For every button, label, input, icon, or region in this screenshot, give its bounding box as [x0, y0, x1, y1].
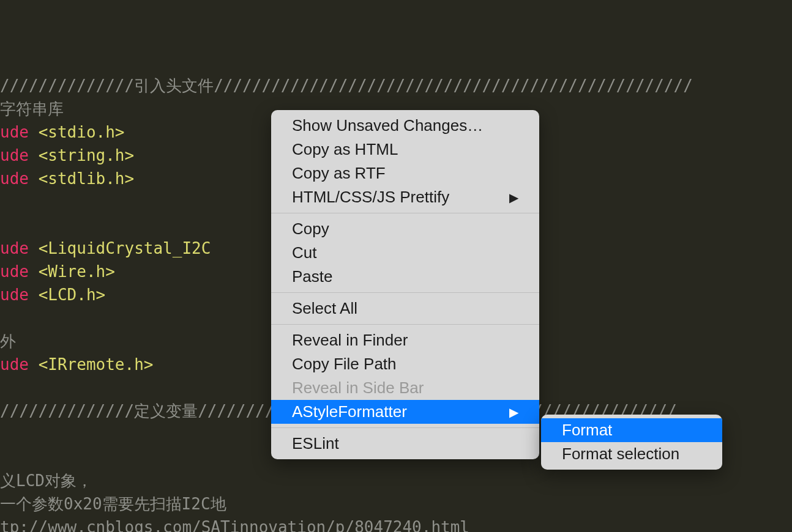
directive: ude	[0, 355, 29, 374]
menu-item-copy-file-path[interactable]: Copy File Path	[271, 352, 539, 376]
menu-item-label: ESLint	[292, 434, 339, 453]
submenu: Format Format selection	[541, 415, 722, 470]
submenu-arrow-icon: ▶	[509, 405, 518, 419]
include-header: <stdio.h>	[39, 123, 125, 141]
comment-line: tp://www.cnblogs.com/SATinnovation/p/804…	[0, 518, 469, 532]
menu-item-label: Copy as HTML	[292, 140, 398, 159]
menu-item-label: Cut	[292, 243, 316, 262]
menu-separator	[271, 324, 539, 325]
include-header: <IRremote.h>	[39, 355, 154, 374]
menu-item-copy-html[interactable]: Copy as HTML	[271, 138, 539, 161]
menu-item-prettify[interactable]: HTML/CSS/JS Prettify ▶	[271, 185, 539, 209]
menu-item-select-all[interactable]: Select All	[271, 297, 539, 320]
submenu-item-format-selection[interactable]: Format selection	[541, 442, 722, 466]
submenu-arrow-icon: ▶	[509, 190, 518, 205]
comment-line: 字符串库	[0, 100, 64, 118]
directive: ude	[0, 146, 29, 164]
include-header: <Wire.h>	[39, 262, 115, 281]
context-menu: Show Unsaved Changes… Copy as HTML Copy …	[271, 110, 539, 459]
directive: ude	[0, 169, 29, 188]
comment-line: 一个参数0x20需要先扫描I2C地	[0, 495, 226, 513]
menu-item-eslint[interactable]: ESLint	[271, 432, 539, 456]
menu-item-label: Copy File Path	[292, 355, 397, 374]
directive: ude	[0, 262, 29, 281]
include-header: <stdlib.h>	[39, 169, 135, 188]
directive: ude	[0, 123, 29, 141]
menu-item-reveal-sidebar: Reveal in Side Bar	[271, 376, 539, 400]
menu-item-label: Format selection	[562, 445, 679, 464]
submenu-item-format[interactable]: Format	[541, 418, 722, 442]
menu-item-reveal-finder[interactable]: Reveal in Finder	[271, 328, 539, 352]
menu-item-copy[interactable]: Copy	[271, 217, 539, 241]
menu-item-show-unsaved[interactable]: Show Unsaved Changes…	[271, 114, 539, 138]
menu-item-label: Reveal in Finder	[292, 331, 408, 350]
comment-line: 外	[0, 332, 16, 350]
menu-item-label: Format	[562, 421, 612, 440]
include-header: <LCD.h>	[39, 286, 106, 304]
menu-item-paste[interactable]: Paste	[271, 265, 539, 289]
menu-item-label: Select All	[292, 299, 357, 318]
menu-item-label: HTML/CSS/JS Prettify	[292, 188, 449, 207]
menu-item-copy-rtf[interactable]: Copy as RTF	[271, 161, 539, 185]
menu-item-cut[interactable]: Cut	[271, 241, 539, 265]
menu-separator	[271, 292, 539, 293]
directive: ude	[0, 286, 29, 304]
menu-item-label: Paste	[292, 267, 333, 286]
include-header: <string.h>	[39, 146, 135, 164]
menu-item-astyleformatter[interactable]: AStyleFormatter ▶	[271, 400, 539, 424]
menu-item-label: Reveal in Side Bar	[292, 379, 424, 397]
menu-separator	[271, 427, 539, 428]
menu-separator	[271, 213, 539, 213]
comment-line: 义LCD对象，	[0, 471, 92, 490]
directive: ude	[0, 239, 29, 257]
include-header: <LiquidCrystal_I2C	[39, 239, 211, 257]
comment-line: //////////////引入头文件/////////////////////…	[0, 76, 693, 95]
menu-item-label: Show Unsaved Changes…	[292, 116, 483, 135]
menu-item-label: Copy as RTF	[292, 164, 386, 183]
menu-item-label: AStyleFormatter	[292, 402, 407, 421]
menu-item-label: Copy	[292, 220, 329, 238]
